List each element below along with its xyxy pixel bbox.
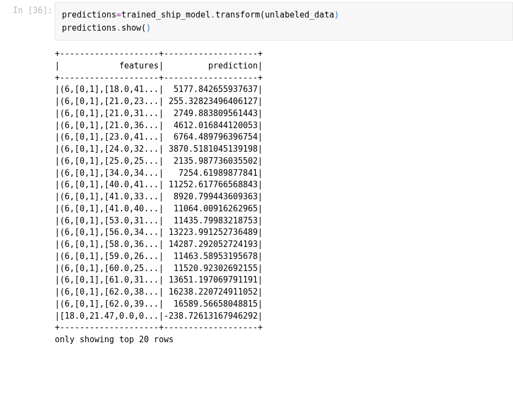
output-row: |(6,[0,1],[59.0,26...| 11463.58953195678…: [55, 251, 263, 261]
output-row: |(6,[0,1],[60.0,25...| 11520.92302692155…: [55, 263, 263, 273]
code-token-method: show: [121, 23, 141, 33]
output-row: |(6,[0,1],[23.0,41...| 6764.489796396754…: [55, 132, 263, 142]
code-token-var: predictions: [62, 10, 116, 20]
output-row: |(6,[0,1],[58.0,36...| 14287.29205272419…: [55, 239, 263, 249]
notebook-cell: In [36]: predictions=trained_ship_model.…: [0, 2, 513, 346]
output-row: |(6,[0,1],[41.0,33...| 8920.799443609363…: [55, 192, 263, 202]
code-output: +--------------------+------------------…: [55, 41, 513, 346]
code-token-obj: trained_ship_model: [121, 10, 210, 20]
output-row: |(6,[0,1],[21.0,23...| 255.3282349640612…: [55, 96, 263, 106]
code-token-method: transform: [215, 10, 260, 20]
output-row: |(6,[0,1],[21.0,31...| 2749.883809561443…: [55, 108, 263, 118]
output-row: |(6,[0,1],[18.0,41...| 5177.842655937637…: [55, 84, 263, 94]
output-row: |(6,[0,1],[34.0,34...| 7254.61989877841|: [55, 168, 263, 178]
cell-prompt: In [36]:: [0, 2, 55, 15]
cell-body: predictions=trained_ship_model.transform…: [55, 2, 513, 346]
output-row: |(6,[0,1],[21.0,36...| 4612.016844120053…: [55, 120, 263, 130]
output-row: |(6,[0,1],[62.0,38...| 16238.22072491105…: [55, 287, 263, 297]
output-row: |(6,[0,1],[41.0,40...| 11064.00916262965…: [55, 204, 263, 214]
code-token-paren-close: ): [146, 23, 151, 33]
output-row: |(6,[0,1],[62.0,39...| 16589.56658048815…: [55, 299, 263, 309]
output-footer: only showing top 20 rows: [55, 335, 174, 344]
code-token-dot: .: [210, 10, 215, 20]
code-token-paren-close: ): [334, 10, 339, 20]
output-row: |(6,[0,1],[40.0,41...| 11252.61776656884…: [55, 180, 263, 189]
output-row: |(6,[0,1],[24.0,32...| 3870.518104513919…: [55, 144, 263, 154]
output-border: +--------------------+------------------…: [55, 323, 263, 332]
output-row: |[18.0,21.47,0.0,0...|-238.7261316794629…: [55, 311, 263, 321]
output-border: +--------------------+------------------…: [55, 49, 263, 59]
output-row: |(6,[0,1],[53.0,31...| 11435.79983218753…: [55, 216, 263, 226]
output-border: +--------------------+------------------…: [55, 73, 263, 83]
code-token-obj: predictions: [62, 23, 116, 33]
output-row: |(6,[0,1],[25.0,25...| 2135.987736035502…: [55, 156, 263, 166]
code-token-paren-open: (: [260, 10, 265, 20]
output-header: | features| prediction|: [55, 61, 263, 71]
code-token-paren-open: (: [141, 23, 146, 33]
output-row: |(6,[0,1],[61.0,31...| 13651.19706979119…: [55, 275, 263, 285]
output-row: |(6,[0,1],[56.0,34...| 13223.99125273648…: [55, 227, 263, 237]
code-input[interactable]: predictions=trained_ship_model.transform…: [55, 2, 513, 41]
code-token-arg: unlabeled_data: [265, 10, 334, 20]
